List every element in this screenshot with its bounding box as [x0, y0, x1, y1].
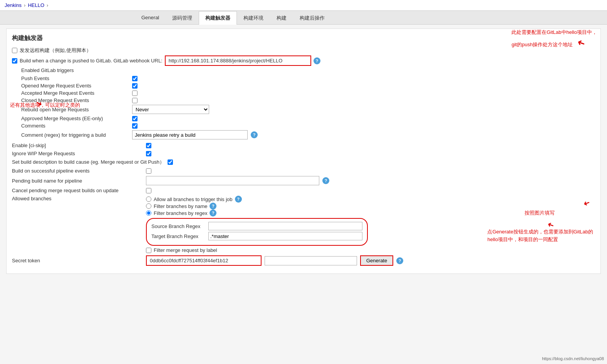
- watermark: https://blog.csdn.net/liuhongya08: [542, 356, 604, 361]
- filter-by-regex-row: Filter branches by regex ?: [146, 210, 368, 216]
- remote-build-checkbox[interactable]: [12, 48, 17, 53]
- remote-build-row: 发发远程构建（例如,使用脚本）: [12, 47, 595, 54]
- main-content: 此处需要配置在GitLab中hello项目中， git的push操作处方这个地址…: [0, 25, 607, 364]
- opened-merge-label: Opened Merge Request Events: [21, 83, 129, 89]
- successful-pipeline-row: Build on successful pipeline events: [12, 168, 595, 174]
- filter-merge-label-checkbox[interactable]: [146, 248, 151, 253]
- trigger-opened-merge: Opened Merge Request Events: [21, 83, 595, 89]
- rebuild-open-label: Rebuild open Merge Requests: [21, 107, 129, 112]
- trigger-push-events: Push Events: [21, 75, 595, 81]
- rebuild-open-select[interactable]: Never On push to source branch Always: [132, 105, 209, 114]
- closed-merge-label: Closed Merge Request Events: [21, 97, 129, 103]
- trigger-approved-merge: Approved Merge Requests (EE-only): [21, 116, 595, 121]
- push-to-gitlab-checkbox[interactable]: [12, 58, 17, 64]
- tab-source[interactable]: 源码管理: [166, 11, 199, 25]
- approved-merge-checkbox[interactable]: [132, 116, 137, 121]
- tab-post-build[interactable]: 构建后操作: [293, 11, 331, 25]
- branch-regex-box: Source Branch Regex Target Branch Regex: [146, 218, 368, 246]
- trigger-comment-regex: Comment (regex) for triggering a build ?: [21, 130, 595, 139]
- pending-pipeline-row: Pending build name for pipeline ?: [12, 176, 595, 185]
- filter-by-name-help-icon[interactable]: ?: [210, 203, 216, 210]
- trigger-accepted-merge: Accepted Merge Request Events: [21, 90, 595, 96]
- secret-token-value: 0ddb6cc0fdcff727514ff03f44ef1b12: [146, 255, 262, 266]
- ci-skip-row: Enable [ci-skip]: [12, 143, 595, 148]
- target-branch-regex-input[interactable]: [208, 232, 362, 240]
- target-branch-regex-label: Target Branch Regex: [151, 233, 205, 239]
- set-build-desc-row: Set build description to build cause (eg…: [12, 159, 595, 166]
- allowed-branches-label: Allowed branches: [12, 196, 143, 201]
- allow-all-radio[interactable]: [146, 196, 151, 202]
- successful-pipeline-checkbox[interactable]: [146, 168, 151, 174]
- gitlab-triggers-label: Enabled GitLab triggers: [21, 67, 595, 73]
- allowed-branches-options: Allow all branches to trigger this job ?…: [146, 196, 368, 253]
- tab-triggers[interactable]: 构建触发器: [199, 11, 237, 25]
- filter-by-regex-radio[interactable]: [146, 210, 151, 216]
- secret-token-row: Secret token 0ddb6cc0fdcff727514ff03f44e…: [12, 255, 595, 266]
- breadcrumb: Jenkins › HELLO ›: [0, 0, 607, 11]
- comment-regex-help-icon[interactable]: ?: [251, 131, 258, 138]
- accepted-merge-label: Accepted Merge Request Events: [21, 90, 129, 96]
- comment-regex-input[interactable]: [132, 130, 248, 139]
- successful-pipeline-label: Build on successful pipeline events: [12, 168, 143, 174]
- allow-all-help-icon[interactable]: ?: [235, 196, 242, 203]
- filter-merge-label-text: Filter merge request by label: [154, 247, 217, 253]
- source-branch-regex-label: Source Branch Regex: [151, 223, 205, 229]
- filter-by-name-row: Filter branches by name ?: [146, 203, 368, 210]
- ignore-wip-row: Ignore WIP Merge Requests: [12, 151, 595, 156]
- filter-by-regex-label: Filter branches by regex: [154, 210, 207, 216]
- ignore-wip-checkbox[interactable]: [146, 151, 151, 156]
- pending-pipeline-label: Pending build name for pipeline: [12, 178, 143, 184]
- secret-token-help-icon[interactable]: ?: [396, 257, 403, 264]
- accepted-merge-checkbox[interactable]: [132, 91, 137, 96]
- secret-token-input[interactable]: [265, 256, 357, 265]
- filter-by-regex-help-icon[interactable]: ?: [210, 210, 216, 216]
- trigger-closed-merge: Closed Merge Request Events: [21, 97, 595, 103]
- cancel-pending-checkbox[interactable]: [146, 188, 151, 193]
- set-build-desc-checkbox[interactable]: [168, 159, 173, 165]
- filter-by-name-radio[interactable]: [146, 203, 151, 209]
- tab-general[interactable]: General: [135, 11, 166, 25]
- pending-pipeline-input[interactable]: [146, 176, 319, 185]
- filter-by-name-label: Filter branches by name: [154, 203, 207, 209]
- filter-merge-label-row: Filter merge request by label: [146, 247, 368, 253]
- breadcrumb-jenkins[interactable]: Jenkins: [5, 2, 22, 8]
- section-title: 构建触发器: [12, 34, 595, 42]
- comments-checkbox[interactable]: [132, 123, 137, 129]
- breadcrumb-hello[interactable]: HELLO: [28, 2, 44, 8]
- generate-button[interactable]: Generate: [360, 255, 393, 266]
- closed-merge-checkbox[interactable]: [132, 98, 137, 103]
- gitlab-triggers-section: Enabled GitLab triggers Push Events Open…: [21, 67, 595, 139]
- source-branch-regex-row: Source Branch Regex: [151, 222, 362, 230]
- push-to-gitlab-label: Build when a change is pushed to GitLab.…: [20, 58, 163, 64]
- trigger-comments: Comments: [21, 123, 595, 129]
- comments-label: Comments: [21, 123, 129, 129]
- gitlab-webhook-url: http://192.168.101.174:8888/jenkins/proj…: [165, 55, 311, 66]
- cancel-pending-label: Cancel pending merge request builds on u…: [12, 188, 143, 193]
- remote-build-label: 发发远程构建（例如,使用脚本）: [20, 47, 91, 54]
- trigger-rebuild-open: Rebuild open Merge Requests Never On pus…: [21, 105, 595, 114]
- target-branch-regex-row: Target Branch Regex: [151, 232, 362, 240]
- cancel-pending-row: Cancel pending merge request builds on u…: [12, 188, 595, 193]
- tab-build-env[interactable]: 构建环境: [237, 11, 270, 25]
- push-to-gitlab-row: Build when a change is pushed to GitLab.…: [12, 55, 595, 66]
- approved-merge-label: Approved Merge Requests (EE-only): [21, 116, 129, 121]
- push-events-label: Push Events: [21, 75, 129, 81]
- ci-skip-checkbox[interactable]: [146, 143, 151, 148]
- pending-pipeline-help-icon[interactable]: ?: [322, 177, 329, 184]
- opened-merge-checkbox[interactable]: [132, 83, 137, 89]
- ci-skip-label: Enable [ci-skip]: [12, 143, 143, 148]
- tab-build[interactable]: 构建: [270, 11, 293, 25]
- allow-all-branches-row: Allow all branches to trigger this job ?: [146, 196, 368, 203]
- secret-token-label: Secret token: [12, 258, 143, 263]
- allow-all-label: Allow all branches to trigger this job: [154, 196, 233, 202]
- push-events-checkbox[interactable]: [132, 76, 137, 81]
- allowed-branches-row: Allowed branches Allow all branches to t…: [12, 196, 595, 253]
- ignore-wip-label: Ignore WIP Merge Requests: [12, 151, 143, 156]
- comment-regex-label: Comment (regex) for triggering a build: [21, 132, 129, 138]
- tab-bar: General 源码管理 构建触发器 构建环境 构建 构建后操作: [0, 11, 607, 25]
- set-build-desc-label: Set build description to build cause (eg…: [12, 159, 164, 166]
- push-gitlab-help-icon[interactable]: ?: [314, 57, 320, 64]
- source-branch-regex-input[interactable]: [208, 222, 362, 230]
- main-panel: 构建触发器 发发远程构建（例如,使用脚本） Build when a chang…: [6, 29, 601, 274]
